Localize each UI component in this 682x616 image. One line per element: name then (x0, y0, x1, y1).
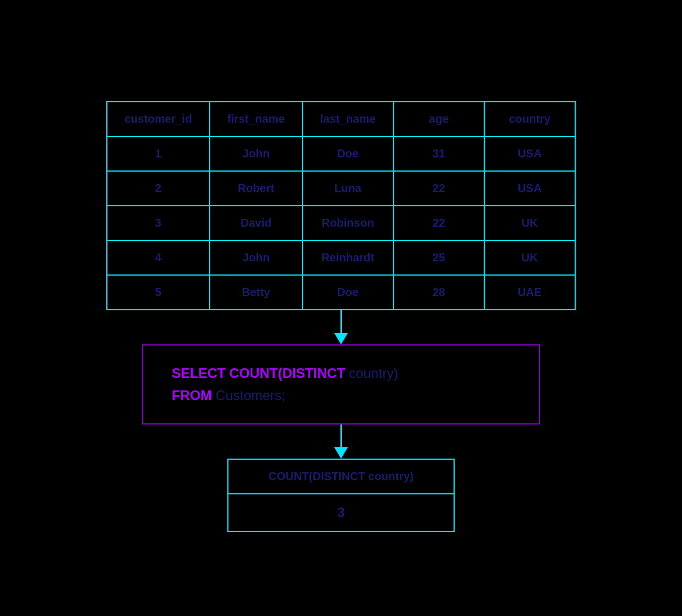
table-cell: John (210, 240, 302, 275)
table-cell: 2 (107, 171, 210, 206)
customers-table: customer_id first_name last_name age cou… (106, 101, 576, 310)
main-container: customer_id first_name last_name age cou… (106, 61, 576, 555)
table-row: 5BettyDoe28UAE (107, 275, 575, 310)
table-cell: 28 (393, 275, 484, 310)
table-cell: David (210, 206, 302, 240)
col-header-age: age (393, 102, 484, 136)
table-cell: Robinson (302, 206, 393, 240)
table-cell: Doe (302, 136, 393, 171)
table-row: 4JohnReinhardt25UK (107, 240, 575, 275)
arrow-head-1 (334, 333, 348, 344)
col-header-customer-id: customer_id (107, 102, 210, 136)
sql-line-1: SELECT COUNT(DISTINCT country) (172, 363, 510, 384)
sql-line-2: FROM Customers; (172, 385, 510, 406)
arrow-table-to-sql (334, 310, 348, 344)
table-cell: Luna (302, 171, 393, 206)
sql-keyword-select: SELECT COUNT(DISTINCT (172, 365, 345, 381)
table-row: 1JohnDoe31USA (107, 136, 575, 171)
table-cell: 25 (393, 240, 484, 275)
result-data-row: 3 (228, 494, 454, 531)
table-cell: 22 (393, 171, 484, 206)
table-cell: 3 (107, 206, 210, 240)
table-row: 3DavidRobinson22UK (107, 206, 575, 240)
table-cell: Betty (210, 275, 302, 310)
sql-keyword-from: FROM (172, 388, 212, 403)
table-row: 2RobertLuna22USA (107, 171, 575, 206)
table-cell: 4 (107, 240, 210, 275)
table-cell: USA (484, 136, 575, 171)
arrow-line-2 (340, 424, 342, 447)
table-cell: John (210, 136, 302, 171)
sql-plain-customers: Customers; (212, 388, 285, 403)
table-cell: UAE (484, 275, 575, 310)
table-header-row: customer_id first_name last_name age cou… (107, 102, 575, 136)
table-cell: 31 (393, 136, 484, 171)
arrow-sql-to-result (334, 424, 348, 459)
result-col-header: COUNT(DISTINCT country) (228, 459, 454, 494)
col-header-country: country (484, 102, 575, 136)
table-cell: UK (484, 240, 575, 275)
result-header-row: COUNT(DISTINCT country) (228, 459, 454, 494)
table-cell: USA (484, 171, 575, 206)
table-cell: 5 (107, 275, 210, 310)
table-cell: Doe (302, 275, 393, 310)
result-table: COUNT(DISTINCT country) 3 (227, 459, 455, 532)
arrow-line-1 (340, 310, 342, 333)
col-header-first-name: first_name (210, 102, 302, 136)
col-header-last-name: last_name (302, 102, 393, 136)
sql-query-box: SELECT COUNT(DISTINCT country) FROM Cust… (142, 344, 540, 424)
table-cell: UK (484, 206, 575, 240)
table-cell: Reinhardt (302, 240, 393, 275)
table-cell: Robert (210, 171, 302, 206)
result-value: 3 (228, 494, 454, 531)
sql-plain-country: country) (345, 365, 398, 381)
table-cell: 22 (393, 206, 484, 240)
table-cell: 1 (107, 136, 210, 171)
arrow-head-2 (334, 447, 348, 459)
